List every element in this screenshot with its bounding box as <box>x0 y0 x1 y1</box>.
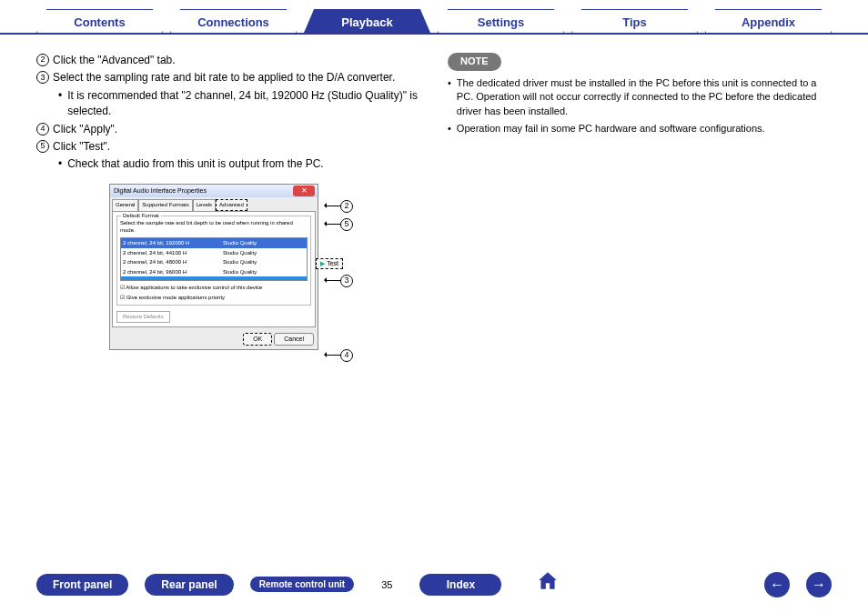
left-column: 2Click the "Advanced" tab. 3Select the s… <box>36 53 420 350</box>
tab-appendix[interactable]: Appendix <box>705 9 832 33</box>
tab-connections[interactable]: Connections <box>170 9 297 33</box>
callout-2: 2 <box>340 200 353 213</box>
dialog-tab-general[interactable]: General <box>112 199 138 211</box>
step-marker-5: 5 <box>36 140 49 153</box>
note-2-text: Operation may fail in some PC hardware a… <box>457 122 765 135</box>
step-5-text: Click "Test". <box>53 139 420 155</box>
dialog-titlebar: Digital Audio Interface Properties ✕ <box>110 185 318 197</box>
properties-dialog: Digital Audio Interface Properties ✕ Gen… <box>109 184 318 350</box>
note-1-text: The dedicated driver must be installed i… <box>457 76 832 118</box>
format-instruction: Select the sample rate and bit depth to … <box>120 219 308 235</box>
next-page-button[interactable]: → <box>806 572 832 597</box>
exclusive-control-checkbox[interactable]: Allow applications to take exclusive con… <box>120 284 308 292</box>
page-number: 35 <box>381 579 392 590</box>
dialog-title: Digital Audio Interface Properties <box>114 187 207 194</box>
default-format-group: Default Format Select the sample rate an… <box>116 216 311 306</box>
step-3-text: Select the sampling rate and bit rate to… <box>53 70 420 85</box>
bottom-nav: Front panel Rear panel Remote control un… <box>0 569 868 599</box>
format-row-selected: 2 channel, 24 bit, 192000 HStudio Qualit… <box>121 238 307 248</box>
remote-control-button[interactable]: Remote control unit <box>250 577 354 592</box>
dialog-tab-supported[interactable]: Supported Formats <box>138 199 192 211</box>
cancel-button[interactable]: Cancel <box>274 333 314 346</box>
exclusive-priority-checkbox[interactable]: Give exclusive mode applications priorit… <box>120 294 308 302</box>
prev-page-button[interactable]: ← <box>764 572 790 597</box>
front-panel-button[interactable]: Front panel <box>36 574 128 596</box>
dialog-tab-levels[interactable]: Levels <box>193 199 216 211</box>
dialog-tab-advanced[interactable]: Advanced <box>216 199 247 211</box>
index-button[interactable]: Index <box>419 574 501 596</box>
callout-3: 3 <box>340 275 353 287</box>
step-5-bullet: Check that audio from this unit is outpu… <box>67 156 420 172</box>
group-label: Default Format <box>121 212 161 220</box>
tab-tips[interactable]: Tips <box>571 9 698 33</box>
tab-playback[interactable]: Playback <box>304 9 430 33</box>
callout-5: 5 <box>340 218 353 231</box>
step-marker-2: 2 <box>36 54 49 66</box>
top-tabs: Contents Connections Playback Settings T… <box>0 0 868 35</box>
step-3-bullet: It is recommended that "2 channel, 24 bi… <box>67 88 420 120</box>
ok-button[interactable]: OK <box>243 333 272 346</box>
step-marker-4: 4 <box>36 123 49 135</box>
format-dropdown[interactable]: 2 channel, 24 bit, 192000 HStudio Qualit… <box>120 237 308 281</box>
note-badge: NOTE <box>448 53 501 71</box>
step-4-text: Click "Apply". <box>53 122 420 137</box>
restore-defaults-button[interactable]: Restore Defaults <box>116 311 170 323</box>
step-2-text: Click the "Advanced" tab. <box>53 53 420 68</box>
callout-4: 4 <box>340 349 353 362</box>
right-column: NOTE The dedicated driver must be instal… <box>448 53 832 350</box>
tab-contents[interactable]: Contents <box>36 9 163 33</box>
step-marker-3: 3 <box>36 71 49 84</box>
test-button[interactable]: Test <box>316 258 343 269</box>
close-icon[interactable]: ✕ <box>293 186 315 196</box>
rear-panel-button[interactable]: Rear panel <box>145 574 233 596</box>
tab-settings[interactable]: Settings <box>438 9 564 33</box>
home-icon[interactable] <box>536 569 560 599</box>
